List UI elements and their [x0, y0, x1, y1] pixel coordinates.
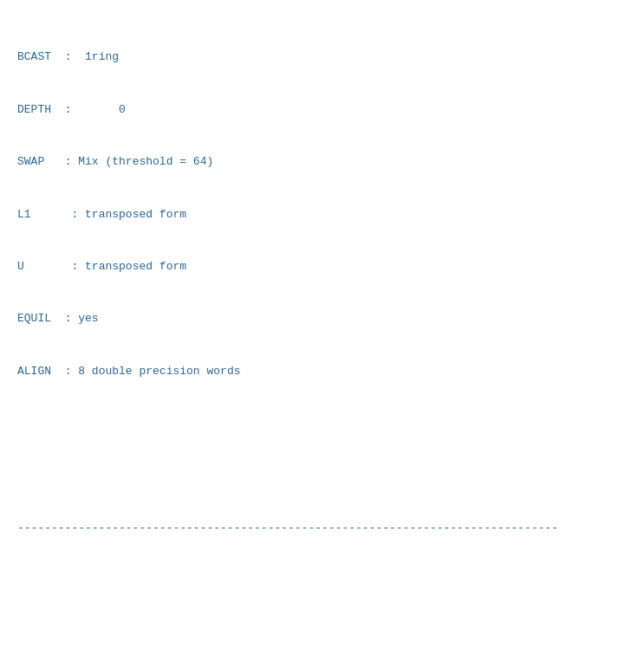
u-value: transposed form — [85, 260, 186, 273]
equil-label: EQUIL — [17, 312, 51, 325]
equil-sep: : — [65, 312, 72, 325]
blank-line-3 — [17, 573, 627, 590]
align-label: ALIGN — [17, 365, 51, 378]
u-label: U — [17, 260, 24, 273]
l1-label: L1 — [17, 208, 31, 221]
equil-value: yes — [78, 312, 98, 325]
bcast-sep: : — [65, 50, 72, 63]
depth-line: DEPTH : 0 — [17, 101, 627, 119]
swap-line: SWAP : Mix (threshold = 64) — [17, 153, 627, 171]
swap-value: Mix (threshold = 64) — [78, 155, 213, 168]
depth-sep: : — [65, 103, 72, 116]
align-sep: : — [65, 365, 72, 378]
swap-sep: : — [65, 155, 72, 168]
separator-1: ----------------------------------------… — [17, 520, 627, 537]
u-line: U : transposed form — [17, 258, 627, 275]
l1-value: transposed form — [85, 208, 186, 221]
bcast-value: 1ring — [85, 50, 119, 63]
align-line: ALIGN : 8 double precision words — [17, 363, 627, 380]
depth-value: 0 — [119, 103, 126, 116]
swap-label: SWAP — [17, 155, 44, 168]
main-content: BCAST : 1ring DEPTH : 0 SWAP : Mix (thre… — [17, 14, 627, 654]
depth-label: DEPTH — [17, 103, 51, 116]
bcast-label: BCAST — [17, 50, 51, 63]
blank-line-2 — [17, 468, 627, 485]
blank-line-4 — [17, 625, 627, 642]
l1-line: L1 : transposed form — [17, 206, 627, 223]
bcast-line: BCAST : 1ring — [17, 49, 627, 66]
blank-line-1 — [17, 415, 627, 432]
equil-line: EQUIL : yes — [17, 310, 627, 327]
u-sep: : — [71, 260, 78, 273]
l1-sep: : — [71, 208, 78, 221]
align-value: 8 double precision words — [78, 365, 240, 378]
